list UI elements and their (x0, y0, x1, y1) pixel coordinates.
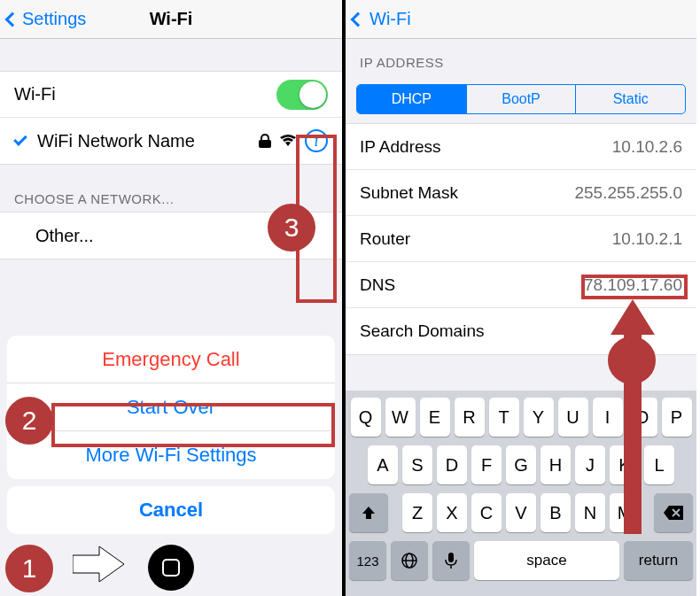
dns-label: DNS (360, 275, 395, 295)
back-button-right[interactable]: Wi-Fi (353, 9, 411, 29)
cancel-button[interactable]: Cancel (7, 486, 335, 534)
ip-address-value: 10.10.2.6 (612, 137, 682, 157)
keyboard-row-4: 123 space return (349, 541, 693, 580)
ip-address-row[interactable]: IP Address 10.10.2.6 (346, 124, 696, 170)
key-f[interactable]: F (471, 445, 502, 484)
numbers-key[interactable]: 123 (349, 541, 386, 580)
lock-icon (259, 134, 271, 148)
tab-bootp[interactable]: BootP (467, 85, 577, 113)
subnet-mask-row[interactable]: Subnet Mask 255.255.255.0 (346, 170, 696, 216)
navbar-right: Wi-Fi (346, 0, 696, 39)
network-name: WiFi Network Name (37, 131, 259, 151)
emergency-call-button[interactable]: Emergency Call (7, 336, 335, 383)
key-q[interactable]: Q (351, 398, 381, 437)
return-key[interactable]: return (624, 541, 693, 580)
key-a[interactable]: A (368, 445, 398, 484)
router-label: Router (360, 229, 410, 249)
back-label: Settings (22, 9, 86, 29)
key-s[interactable]: S (402, 445, 432, 484)
mic-icon (445, 552, 457, 569)
wifi-signal-icon (280, 135, 296, 147)
key-u[interactable]: U (558, 398, 588, 437)
navbar-left: Settings Wi-Fi (0, 0, 342, 39)
key-y[interactable]: Y (524, 398, 554, 437)
space-key[interactable]: space (474, 541, 619, 580)
page-title: Wi-Fi (150, 9, 193, 29)
subnet-mask-value: 255.255.255.0 (574, 183, 682, 203)
globe-key[interactable] (391, 541, 428, 580)
wifi-toggle[interactable] (276, 80, 328, 110)
chevron-left-icon (351, 12, 366, 27)
subnet-mask-label: Subnet Mask (360, 183, 458, 203)
key-c[interactable]: C (471, 493, 502, 532)
key-b[interactable]: B (541, 493, 571, 532)
ip-mode-segmented[interactable]: DHCP BootP Static (356, 84, 686, 114)
mic-key[interactable] (432, 541, 470, 580)
backspace-icon (664, 506, 683, 520)
chevron-left-icon (5, 12, 20, 27)
ip-address-label: IP Address (360, 137, 441, 157)
connected-network-row[interactable]: WiFi Network Name i (0, 118, 342, 164)
annotation-badge-3: 3 (268, 204, 315, 252)
key-j[interactable]: J (575, 445, 605, 484)
wifi-toggle-label: Wi-Fi (14, 84, 276, 104)
key-g[interactable]: G (506, 445, 536, 484)
svg-marker-0 (73, 546, 124, 582)
key-e[interactable]: E (420, 398, 450, 437)
key-n[interactable]: N (575, 493, 605, 532)
ip-section-header: IP ADDRESS (346, 46, 696, 75)
shift-key[interactable] (349, 493, 388, 532)
tab-static[interactable]: Static (576, 85, 685, 113)
backspace-key[interactable] (654, 493, 693, 532)
svg-marker-5 (611, 299, 655, 534)
ip-address-screen: Wi-Fi IP ADDRESS DHCP BootP Static IP Ad… (346, 0, 696, 596)
shift-icon (361, 505, 377, 521)
back-button[interactable]: Settings (7, 9, 86, 29)
globe-icon (401, 552, 418, 569)
home-icon (162, 559, 180, 577)
key-h[interactable]: H (541, 445, 571, 484)
svg-rect-4 (448, 553, 454, 562)
arrow-white-icon (73, 546, 126, 582)
wifi-settings-screen: Settings Wi-Fi Wi-Fi WiFi Network Name i… (0, 0, 346, 596)
router-row[interactable]: Router 10.10.2.1 (346, 216, 696, 262)
key-z[interactable]: Z (402, 493, 432, 532)
key-r[interactable]: R (455, 398, 485, 437)
key-v[interactable]: V (506, 493, 536, 532)
wifi-toggle-row[interactable]: Wi-Fi (0, 72, 342, 118)
router-value: 10.10.2.1 (612, 229, 682, 249)
annotation-badge-2: 2 (5, 397, 53, 445)
arrow-red-up-icon (606, 299, 659, 538)
back-label-right: Wi-Fi (369, 9, 411, 29)
key-d[interactable]: D (437, 445, 467, 484)
highlight-dns-value (581, 275, 688, 299)
key-t[interactable]: T (489, 398, 519, 437)
highlight-more-wifi (51, 403, 335, 447)
home-button[interactable] (148, 545, 194, 591)
annotation-badge-1: 1 (5, 545, 53, 592)
tab-dhcp[interactable]: DHCP (357, 85, 467, 113)
key-x[interactable]: X (437, 493, 467, 532)
key-w[interactable]: W (385, 398, 416, 437)
search-domains-label: Search Domains (360, 321, 484, 341)
checkmark-icon (13, 132, 27, 146)
key-p[interactable]: P (662, 398, 692, 437)
